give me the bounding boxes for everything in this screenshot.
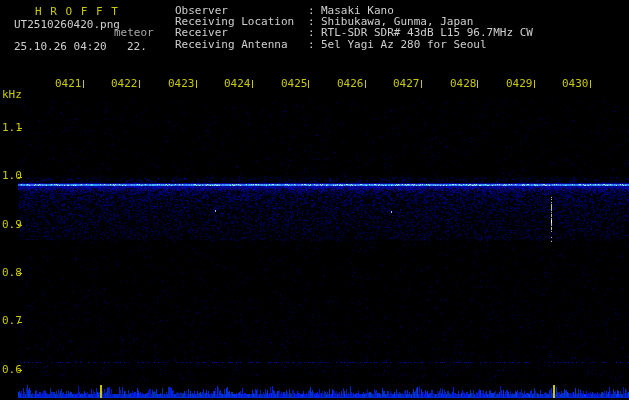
hrofft-screen: { "app": { "title": "H R O F F T", "file… (0, 0, 629, 400)
freq-axis-label: 0.6 (2, 364, 22, 375)
filename-label: UT2510260420.png (14, 19, 120, 30)
time-axis-label: 0426 (337, 78, 364, 89)
info-value: RTL-SDR SDR# 43dB L15 96.7MHz CW (321, 27, 533, 38)
mode-label: meteor (114, 27, 154, 38)
info-row: Receiving Antenna : 5el Yagi Az 280 for … (175, 39, 533, 50)
time-axis-label: 0422 (111, 78, 138, 89)
frame-counter: 22. (127, 41, 147, 52)
time-axis-label: 0423 (168, 78, 195, 89)
freq-axis-label: 0.9 (2, 219, 22, 230)
freq-axis-label: 0.7 (2, 315, 22, 326)
info-row: Receiver : RTL-SDR SDR# 43dB L15 96.7MHz… (175, 27, 533, 38)
time-axis-label: 0424 (224, 78, 251, 89)
info-label: Receiving Antenna (175, 39, 308, 50)
info-colon: : (308, 27, 321, 38)
time-axis-label: 0430 (562, 78, 589, 89)
app-title: H R O F F T (35, 6, 119, 17)
info-label: Receiver (175, 27, 308, 38)
time-axis-label: 0429 (506, 78, 533, 89)
info-value: 5el Yagi Az 280 for Seoul (321, 39, 487, 50)
freq-axis-label: 0.8 (2, 267, 22, 278)
station-info: Observer : Masaki Kano Receiving Locatio… (175, 5, 533, 50)
freq-unit-label: kHz (2, 89, 22, 100)
freq-axis-label: 1.0 (2, 170, 22, 181)
spectrogram-canvas (0, 0, 629, 400)
time-axis-label: 0427 (393, 78, 420, 89)
time-axis-label: 0421 (55, 78, 82, 89)
timestamp: 25.10.26 04:20 (14, 41, 107, 52)
time-axis-label: 0428 (450, 78, 477, 89)
info-colon: : (308, 39, 321, 50)
freq-axis-label: 1.1 (2, 122, 22, 133)
time-axis-label: 0425 (281, 78, 308, 89)
